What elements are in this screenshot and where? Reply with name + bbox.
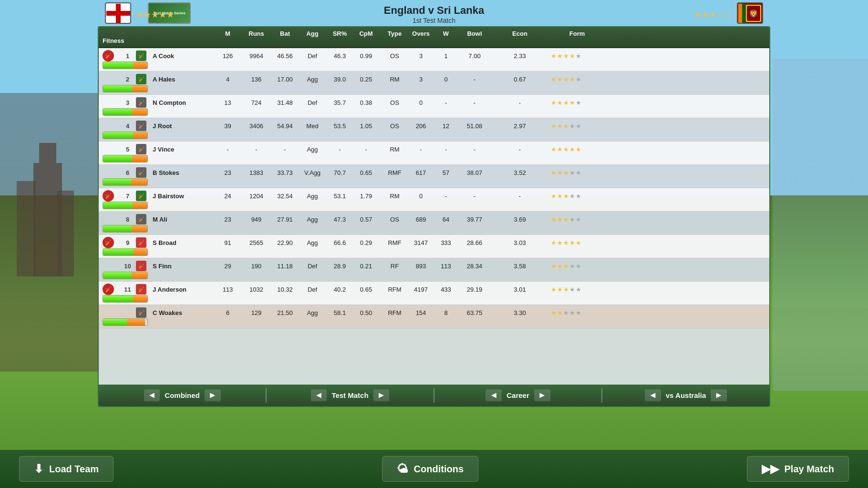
- row-position: 1: [119, 52, 136, 60]
- row-sr: 28.9: [327, 263, 353, 270]
- row-type: OS: [379, 216, 410, 223]
- row-sr: 58.1: [327, 309, 353, 316]
- row-w: 57: [432, 169, 460, 176]
- icon1-red: 🏏: [103, 237, 114, 248]
- nav-vsaustralia-next[interactable]: ►: [711, 389, 727, 401]
- row-bowl: -: [460, 76, 489, 83]
- icon2-bat: 🏏: [136, 51, 146, 61]
- fitness-orange: [133, 62, 147, 69]
- row-bowl: -: [460, 99, 489, 106]
- table-row[interactable]: 4 🏏 J Root 39 3406 54.94 Med 53.5 1.05 O…: [99, 118, 769, 142]
- row-w: 113: [432, 263, 460, 270]
- row-sr: 53.1: [327, 193, 353, 200]
- row-type: OS: [379, 99, 410, 106]
- col-sr: SR%: [327, 30, 353, 37]
- fitness-green: [103, 132, 133, 139]
- row-sr: 39.0: [327, 76, 353, 83]
- icon2-bat: 🏏: [136, 237, 146, 248]
- row-agg: Med: [298, 122, 327, 130]
- row-econ: 0.67: [489, 76, 551, 83]
- row-type: RMF: [379, 239, 410, 246]
- row-bowl: 29.19: [460, 286, 489, 293]
- table-row[interactable]: 8 🏏 M Ali 23 949 27.91 Agg 47.3 0.57 OS …: [99, 212, 769, 235]
- table-row[interactable]: 🏏 1 🏏 A Cook 126 9964 46.56 Def 46.3 0.9…: [99, 48, 769, 71]
- load-team-button[interactable]: ⬇ Load Team: [19, 456, 114, 482]
- table-row[interactable]: 🏏 C Woakes 6 129 21.50 Agg 58.1 0.50 RFM…: [99, 305, 769, 328]
- fitness-green: [103, 202, 133, 209]
- nav-testmatch-next[interactable]: ►: [373, 389, 390, 401]
- row-form: ★★★★★: [551, 239, 603, 246]
- row-bat: 17.00: [272, 76, 298, 83]
- row-icon1: 🏏: [103, 50, 119, 61]
- fitness-bar: [103, 155, 148, 163]
- row-m: 23: [215, 216, 241, 223]
- nav-career-label: Career: [506, 391, 529, 399]
- col-agg: Agg: [298, 30, 327, 37]
- nav-career: ◄ Career ►: [434, 389, 601, 401]
- col-fitness: Fitness: [103, 37, 119, 44]
- icon2-bat: 🏏: [136, 261, 146, 271]
- row-form: ★★★★★: [551, 76, 603, 83]
- nav-vsaustralia-prev[interactable]: ◄: [645, 389, 661, 401]
- row-player-name: A Hales: [153, 76, 215, 83]
- table-row[interactable]: 🏏 9 🏏 S Broad 91 2565 22.90 Agg 66.6 0.2…: [99, 235, 769, 258]
- row-type: RM: [379, 146, 410, 153]
- load-team-label: Load Team: [49, 464, 99, 475]
- row-form: ★★★★★: [551, 99, 603, 106]
- row-runs: 1383: [241, 169, 272, 176]
- fitness-green: [103, 272, 132, 279]
- row-form: ★★★★★: [551, 169, 603, 176]
- table-row[interactable]: 5 🏏 J Vince - - - Agg - - RM - - - - ★★★…: [99, 142, 769, 165]
- row-w: 433: [432, 286, 460, 293]
- row-m: 29: [215, 263, 241, 270]
- row-player-name: J Anderson: [153, 286, 215, 293]
- row-type: RM: [379, 76, 410, 83]
- conditions-button[interactable]: 🌤 Conditions: [382, 456, 478, 482]
- nav-testmatch-prev[interactable]: ◄: [311, 389, 327, 401]
- play-match-button[interactable]: ▶▶ Play Match: [747, 456, 849, 482]
- table-row[interactable]: 3 🏏 N Compton 13 724 31.48 Def 35.7 0.38…: [99, 95, 769, 118]
- table-row[interactable]: 2 🏏 A Hales 4 136 17.00 Agg 39.0 0.25 RM…: [99, 71, 769, 95]
- table-row[interactable]: 🏏 11 🏏 J Anderson 113 1032 10.32 Def 40.…: [99, 282, 769, 305]
- row-m: 113: [215, 286, 241, 293]
- row-position: 10: [119, 263, 136, 270]
- row-icon2: 🏏: [136, 144, 153, 154]
- row-econ: 3.03: [489, 239, 551, 246]
- conditions-icon: 🌤: [397, 462, 408, 476]
- nav-combined-prev[interactable]: ◄: [144, 389, 160, 401]
- fitness-orange: [133, 202, 147, 209]
- row-overs: 3147: [410, 239, 432, 246]
- row-bat: 32.54: [272, 193, 298, 200]
- row-overs: 893: [410, 263, 432, 270]
- fitness-bar: [103, 61, 148, 69]
- icon2-bat: 🏏: [136, 144, 146, 154]
- row-position: 7: [119, 193, 136, 200]
- nav-combined-next[interactable]: ►: [205, 389, 221, 401]
- fitness-bar: [103, 272, 148, 279]
- row-player-name: B Stokes: [153, 169, 215, 176]
- fitness-orange: [127, 319, 145, 325]
- row-icon1: [103, 143, 119, 155]
- row-agg: Agg: [298, 146, 327, 153]
- row-position: 3: [119, 99, 136, 106]
- nav-career-next[interactable]: ►: [534, 389, 550, 401]
- table-row[interactable]: 🏏 7 🏏 J Bairstow 24 1204 32.54 Agg 53.1 …: [99, 188, 769, 212]
- row-player-name: S Finn: [153, 263, 215, 270]
- fitness-orange: [133, 85, 147, 92]
- row-form: ★★★★★: [551, 286, 603, 293]
- fitness-orange: [133, 295, 147, 302]
- table-row[interactable]: 6 🏏 B Stokes 23 1383 33.73 V.Agg 70.7 0.…: [99, 165, 769, 188]
- row-w: 333: [432, 239, 460, 246]
- row-w: -: [432, 99, 460, 106]
- row-agg: Agg: [298, 76, 327, 83]
- row-icon2: 🏏: [136, 97, 153, 108]
- nav-career-prev[interactable]: ◄: [486, 389, 502, 401]
- col-runs: Runs: [241, 30, 272, 37]
- table-row[interactable]: 10 🏏 S Finn 29 190 11.18 Def 28.9 0.21 R…: [99, 258, 769, 282]
- fitness-orange: [131, 179, 147, 185]
- fitness-green: [103, 319, 127, 325]
- row-overs: -: [410, 146, 432, 153]
- row-bat: 46.56: [272, 52, 298, 60]
- row-fitness: [103, 178, 119, 186]
- row-econ: 2.97: [489, 122, 551, 130]
